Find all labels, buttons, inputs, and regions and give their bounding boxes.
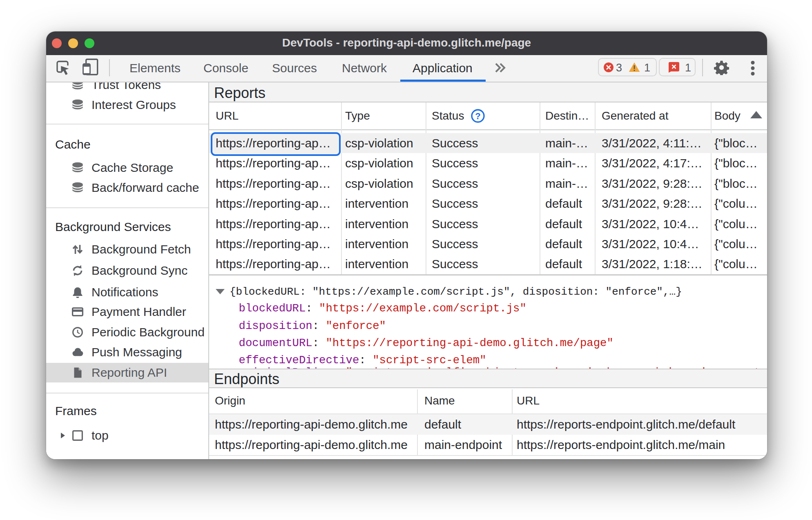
svg-text:?: ?: [475, 111, 480, 121]
